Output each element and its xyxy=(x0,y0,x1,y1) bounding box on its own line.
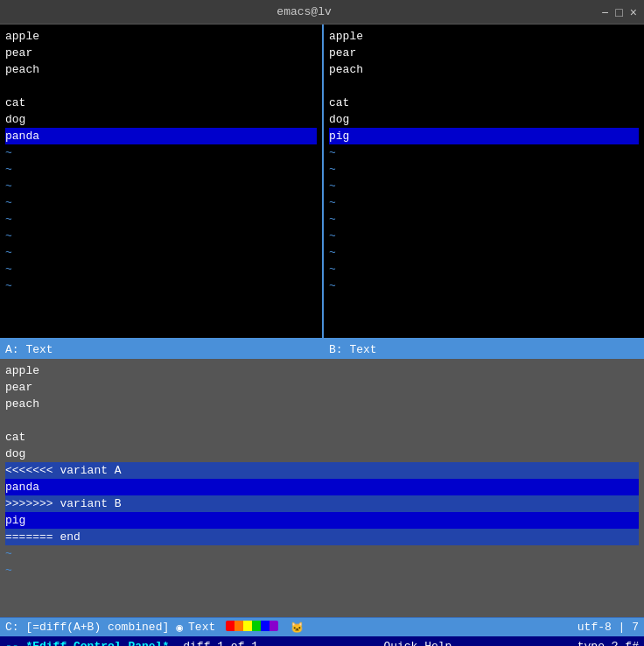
status-bar-right: B: Text xyxy=(324,340,644,359)
list-item: cat xyxy=(5,429,639,446)
tilde-line: ~ xyxy=(329,228,639,244)
tilde-line: ~ xyxy=(5,562,639,579)
ediff-commands: type ? f# xyxy=(578,640,639,647)
list-item xyxy=(5,78,317,95)
tilde-line: ~ xyxy=(329,244,639,261)
conflict-end-marker: ======= end xyxy=(5,529,639,545)
tilde-line: ~ xyxy=(5,244,317,261)
list-item: apple xyxy=(329,28,639,45)
list-item: pear xyxy=(5,45,317,61)
ediff-diff-info: diff 1 of 1 xyxy=(183,640,258,647)
list-item: dog xyxy=(329,111,639,128)
tilde-line: ~ xyxy=(5,261,317,277)
pane-right-content: apple pear peach cat dog pig ~ ~ ~ ~ ~ ~… xyxy=(324,25,644,298)
highlighted-line-panda: panda xyxy=(5,128,317,144)
list-item: peach xyxy=(5,396,639,412)
window-title: emacs@lv xyxy=(7,5,601,18)
conflict-mid-marker: >>>>>>> variant B xyxy=(5,495,639,512)
tilde-line: ~ xyxy=(329,178,639,194)
tilde-line: ~ xyxy=(329,161,639,178)
panda-line: panda xyxy=(5,479,639,495)
list-item: pear xyxy=(5,379,639,396)
pane-left[interactable]: apple pear peach cat dog panda ~ ~ ~ ~ ~… xyxy=(0,25,324,338)
quick-help-label: Quick Help xyxy=(383,640,452,647)
bottom-status-bar: C: [=diff(A+B) combined] ◉ Text 🐱 utf-8 … xyxy=(0,617,644,636)
list-item: cat xyxy=(329,95,639,111)
rainbow-bar: 🐱 xyxy=(222,621,304,635)
list-item xyxy=(5,412,639,429)
list-item: dog xyxy=(5,446,639,462)
close-button[interactable]: × xyxy=(630,6,637,18)
ediff-panel-label: -- *Ediff Control Panel* xyxy=(5,640,169,647)
tilde-line: ~ xyxy=(5,211,317,228)
pane-right[interactable]: apple pear peach cat dog pig ~ ~ ~ ~ ~ ~… xyxy=(324,25,644,338)
tilde-line: ~ xyxy=(5,161,317,178)
window-controls: − □ × xyxy=(601,6,637,18)
combined-label: C: [=diff(A+B) combined] xyxy=(5,621,169,634)
nyan-cat-icon: 🐱 xyxy=(290,622,304,635)
pane-left-content: apple pear peach cat dog panda ~ ~ ~ ~ ~… xyxy=(0,25,322,298)
status-bar-left: A: Text xyxy=(0,340,324,359)
tilde-line: ~ xyxy=(329,211,639,228)
top-split-container: apple pear peach cat dog panda ~ ~ ~ ~ ~… xyxy=(0,25,644,340)
circle-icon: ◉ xyxy=(176,621,183,635)
maximize-button[interactable]: □ xyxy=(615,6,622,18)
status-right-label: B: Text xyxy=(329,343,377,356)
tilde-line: ~ xyxy=(5,194,317,211)
status-left-label: A: Text xyxy=(5,343,53,356)
tilde-line: ~ xyxy=(5,228,317,244)
list-item: pear xyxy=(329,45,639,61)
list-item: peach xyxy=(329,61,639,78)
list-item: cat xyxy=(5,95,317,111)
tilde-line: ~ xyxy=(5,178,317,194)
conflict-start-marker: <<<<<<< variant A xyxy=(5,462,639,479)
tilde-line: ~ xyxy=(5,277,317,294)
list-item: apple xyxy=(5,362,639,379)
status-bars-row: A: Text B: Text xyxy=(0,340,644,359)
list-item xyxy=(329,78,639,95)
minimize-button[interactable]: − xyxy=(601,6,608,18)
tilde-line: ~ xyxy=(5,545,639,562)
bottom-pane-content: apple pear peach cat dog <<<<<<< variant… xyxy=(0,359,644,582)
title-bar: emacs@lv − □ × xyxy=(0,0,644,25)
ediff-control-bar: -- *Ediff Control Panel* diff 1 of 1 Qui… xyxy=(0,636,644,646)
text-mode-label: Text xyxy=(188,621,215,634)
list-item: dog xyxy=(5,111,317,128)
tilde-line: ~ xyxy=(329,277,639,294)
bottom-pane[interactable]: apple pear peach cat dog <<<<<<< variant… xyxy=(0,359,644,617)
encoding-label: utf-8 | 7 xyxy=(578,621,639,634)
tilde-line: ~ xyxy=(329,194,639,211)
tilde-line: ~ xyxy=(329,144,639,161)
pig-line: pig xyxy=(5,512,639,529)
tilde-line: ~ xyxy=(329,261,639,277)
list-item: apple xyxy=(5,28,317,45)
highlighted-line-pig: pig xyxy=(329,128,639,144)
list-item: peach xyxy=(5,61,317,78)
tilde-line: ~ xyxy=(5,144,317,161)
